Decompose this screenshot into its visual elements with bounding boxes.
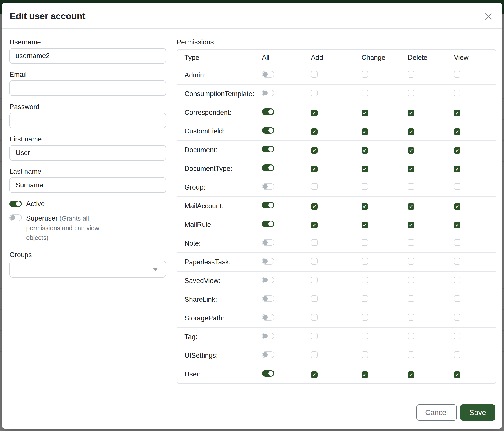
- permission-add-checkbox[interactable]: [311, 110, 317, 116]
- permission-view-checkbox[interactable]: [454, 128, 460, 135]
- permission-view-checkbox[interactable]: [454, 110, 460, 116]
- groups-select[interactable]: [9, 261, 166, 278]
- permission-change-checkbox[interactable]: [361, 333, 368, 339]
- permission-all-toggle[interactable]: [262, 146, 274, 153]
- permission-all-toggle[interactable]: [262, 108, 274, 115]
- permission-add-checkbox[interactable]: [311, 90, 317, 96]
- permission-add-checkbox[interactable]: [311, 203, 317, 210]
- permission-add-checkbox[interactable]: [311, 183, 317, 190]
- permission-view-checkbox[interactable]: [454, 351, 460, 358]
- first-name-input[interactable]: [9, 145, 166, 161]
- permission-delete-checkbox[interactable]: [408, 110, 414, 116]
- permission-view-checkbox[interactable]: [454, 277, 460, 283]
- permission-all-toggle[interactable]: [262, 351, 274, 358]
- permission-change-checkbox[interactable]: [361, 110, 368, 116]
- permission-change-checkbox[interactable]: [361, 90, 368, 96]
- permission-view-checkbox[interactable]: [454, 203, 460, 210]
- permission-type-label: Correspondent:: [184, 109, 262, 117]
- permission-add-checkbox[interactable]: [311, 128, 317, 135]
- permission-delete-checkbox[interactable]: [408, 183, 414, 190]
- permission-add-checkbox[interactable]: [311, 71, 317, 78]
- permission-all-toggle[interactable]: [262, 370, 274, 377]
- permission-delete-checkbox[interactable]: [408, 277, 414, 283]
- email-input[interactable]: [9, 81, 166, 96]
- permission-view-checkbox[interactable]: [454, 314, 460, 321]
- permission-delete-checkbox[interactable]: [408, 239, 414, 246]
- permission-add-checkbox[interactable]: [311, 258, 317, 265]
- permission-all-toggle[interactable]: [262, 239, 274, 246]
- permission-all-toggle[interactable]: [262, 164, 274, 171]
- permission-change-checkbox[interactable]: [361, 239, 368, 246]
- password-input[interactable]: [9, 113, 166, 128]
- permission-view-checkbox[interactable]: [454, 147, 460, 154]
- permission-all-toggle[interactable]: [262, 258, 274, 265]
- permission-all-toggle[interactable]: [262, 71, 274, 78]
- permission-add-checkbox[interactable]: [311, 166, 317, 172]
- superuser-toggle[interactable]: [9, 214, 22, 221]
- permission-all-toggle[interactable]: [262, 277, 274, 283]
- permission-delete-checkbox[interactable]: [408, 203, 414, 210]
- table-row: Tag:: [177, 327, 496, 346]
- permission-change-checkbox[interactable]: [361, 258, 368, 265]
- save-button[interactable]: Save: [460, 404, 495, 421]
- permission-change-checkbox[interactable]: [361, 147, 368, 154]
- permission-add-checkbox[interactable]: [311, 351, 317, 358]
- groups-label: Groups: [9, 251, 166, 259]
- permission-view-checkbox[interactable]: [454, 90, 460, 96]
- permission-view-checkbox[interactable]: [454, 166, 460, 172]
- permission-change-checkbox[interactable]: [361, 295, 368, 302]
- permission-change-checkbox[interactable]: [361, 351, 368, 358]
- permission-view-checkbox[interactable]: [454, 333, 460, 339]
- permission-add-checkbox[interactable]: [311, 147, 317, 154]
- permission-add-checkbox[interactable]: [311, 314, 317, 321]
- permission-delete-checkbox[interactable]: [408, 258, 414, 265]
- permission-delete-checkbox[interactable]: [408, 222, 414, 228]
- permission-add-checkbox[interactable]: [311, 239, 317, 246]
- permission-delete-checkbox[interactable]: [408, 333, 414, 339]
- close-button[interactable]: [483, 8, 495, 22]
- permission-change-checkbox[interactable]: [361, 277, 368, 283]
- cancel-button[interactable]: Cancel: [416, 404, 457, 421]
- permission-delete-checkbox[interactable]: [408, 314, 414, 321]
- permission-change-checkbox[interactable]: [361, 314, 368, 321]
- permission-view-checkbox[interactable]: [454, 371, 460, 378]
- permission-change-checkbox[interactable]: [361, 222, 368, 228]
- active-toggle[interactable]: [9, 201, 22, 207]
- permission-view-checkbox[interactable]: [454, 71, 460, 78]
- permission-change-checkbox[interactable]: [361, 203, 368, 210]
- permission-delete-checkbox[interactable]: [408, 166, 414, 172]
- permission-delete-checkbox[interactable]: [408, 351, 414, 358]
- permission-delete-checkbox[interactable]: [408, 71, 414, 78]
- permission-view-checkbox[interactable]: [454, 295, 460, 302]
- permission-add-checkbox[interactable]: [311, 295, 317, 302]
- permission-delete-checkbox[interactable]: [408, 147, 414, 154]
- permission-all-toggle[interactable]: [262, 295, 274, 302]
- permission-delete-checkbox[interactable]: [408, 295, 414, 302]
- permission-delete-checkbox[interactable]: [408, 90, 414, 96]
- permission-change-checkbox[interactable]: [361, 128, 368, 135]
- username-input[interactable]: [9, 48, 166, 63]
- permission-view-checkbox[interactable]: [454, 183, 460, 190]
- permission-change-checkbox[interactable]: [361, 71, 368, 78]
- permission-all-toggle[interactable]: [262, 333, 274, 339]
- permission-delete-checkbox[interactable]: [408, 371, 414, 378]
- last-name-input[interactable]: [9, 178, 166, 193]
- permission-add-checkbox[interactable]: [311, 371, 317, 378]
- permission-change-checkbox[interactable]: [361, 371, 368, 378]
- permission-add-checkbox[interactable]: [311, 222, 317, 228]
- permission-all-toggle[interactable]: [262, 127, 274, 134]
- permission-add-checkbox[interactable]: [311, 277, 317, 283]
- permission-all-toggle[interactable]: [262, 314, 274, 321]
- permission-type-label: Admin:: [184, 71, 262, 79]
- permission-all-toggle[interactable]: [262, 90, 274, 96]
- permission-delete-checkbox[interactable]: [408, 128, 414, 135]
- permission-add-checkbox[interactable]: [311, 333, 317, 339]
- permission-view-checkbox[interactable]: [454, 222, 460, 228]
- permission-all-toggle[interactable]: [262, 202, 274, 208]
- permission-change-checkbox[interactable]: [361, 166, 368, 172]
- permission-all-toggle[interactable]: [262, 221, 274, 227]
- permission-all-toggle[interactable]: [262, 183, 274, 190]
- permission-view-checkbox[interactable]: [454, 258, 460, 265]
- permission-view-checkbox[interactable]: [454, 239, 460, 246]
- permission-change-checkbox[interactable]: [361, 183, 368, 190]
